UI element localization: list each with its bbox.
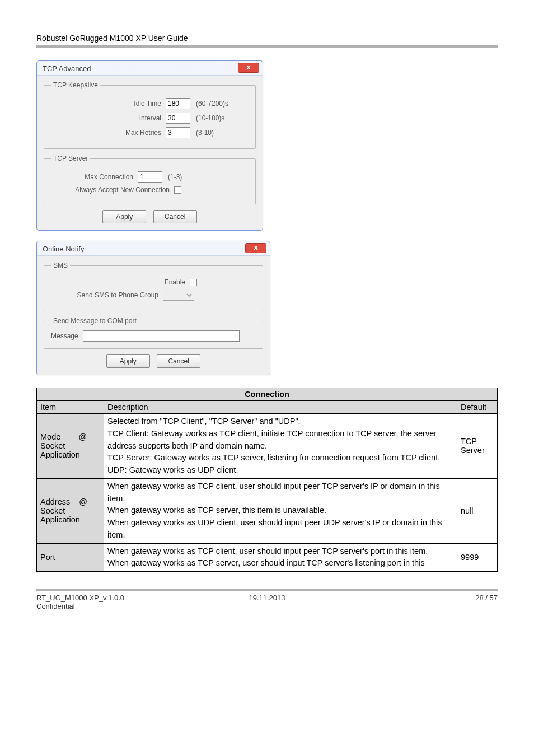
dialog-title-text: TCP Advanced <box>43 64 91 73</box>
sms-legend: SMS <box>51 262 70 269</box>
tcp-advanced-dialog: TCP Advanced x TCP Keepalive Idle Time (… <box>36 60 263 231</box>
table-row: Port When gateway works as TCP client, u… <box>37 543 498 572</box>
com-port-legend: Send Message to COM port <box>51 317 139 325</box>
tcp-server-fieldset: TCP Server Max Connection (1-3) Always A… <box>44 155 256 204</box>
header-divider <box>36 45 498 48</box>
cancel-button[interactable]: Cancel <box>153 210 197 223</box>
max-connection-hint: (1-3) <box>168 173 182 181</box>
interval-hint: (10-180)s <box>196 114 224 122</box>
title-blur <box>96 65 117 73</box>
close-icon[interactable]: x <box>245 243 266 253</box>
max-connection-input[interactable] <box>138 171 162 183</box>
footer-center: 19.11.2013 <box>190 594 344 610</box>
footer-left-1: RT_UG_M1000 XP_v.1.0.0 <box>36 594 190 602</box>
interval-input[interactable] <box>166 113 190 124</box>
apply-button[interactable]: Apply <box>106 354 150 368</box>
keepalive-legend: TCP Keepalive <box>51 81 100 89</box>
enable-checkbox[interactable] <box>190 279 197 286</box>
default-cell: 9999 <box>457 543 498 572</box>
item-cell: Port <box>37 543 104 572</box>
dialog-titlebar: Online Notify x <box>37 241 270 256</box>
desc-cell: When gateway works as TCP client, user s… <box>104 543 457 572</box>
dialog-title-text: Online Notify <box>43 245 84 253</box>
col-desc-header: Description <box>104 401 457 414</box>
footer-left-2: Confidential <box>36 602 190 610</box>
always-accept-checkbox[interactable] <box>174 186 181 194</box>
always-accept-label: Always Accept New Connection <box>51 186 174 194</box>
tcp-server-legend: TCP Server <box>51 155 90 162</box>
max-retries-input[interactable] <box>166 127 190 138</box>
cancel-button[interactable]: Cancel <box>157 354 200 368</box>
col-def-header: Default <box>457 401 498 414</box>
default-cell: null <box>457 478 498 543</box>
max-connection-label: Max Connection <box>51 173 138 181</box>
idle-time-label: Idle Time <box>51 100 166 108</box>
sms-group-label: Send SMS to Phone Group <box>51 291 163 299</box>
footer-right: 28 / 57 <box>344 594 498 610</box>
title-blur <box>90 245 110 253</box>
sms-group-select[interactable] <box>163 290 194 301</box>
table-row: Address @ Socket Application When gatewa… <box>37 478 498 543</box>
dialog-body: TCP Keepalive Idle Time (60-7200)s Inter… <box>37 76 263 230</box>
item-cell: Mode @ Socket Application <box>37 414 104 479</box>
desc-cell: When gateway works as TCP client, user s… <box>104 478 457 543</box>
table-row: Mode @ Socket Application Selected from … <box>37 414 498 479</box>
idle-time-input[interactable] <box>166 98 190 109</box>
close-icon[interactable]: x <box>238 63 259 73</box>
keepalive-fieldset: TCP Keepalive Idle Time (60-7200)s Inter… <box>44 81 256 149</box>
dialog-titlebar: TCP Advanced x <box>37 61 263 76</box>
apply-button[interactable]: Apply <box>102 210 146 223</box>
enable-label: Enable <box>51 278 190 286</box>
page-header: Robustel GoRugged M1000 XP User Guide <box>36 34 498 43</box>
max-retries-label: Max Retries <box>51 129 166 137</box>
message-input[interactable] <box>83 330 240 342</box>
footer-divider <box>36 589 498 591</box>
item-cell: Address @ Socket Application <box>37 478 104 543</box>
col-item-header: Item <box>37 401 104 414</box>
online-notify-dialog: Online Notify x SMS Enable Send SMS to P… <box>36 241 270 375</box>
message-label: Message <box>51 332 78 340</box>
default-cell: TCP Server <box>457 414 498 479</box>
page-footer: RT_UG_M1000 XP_v.1.0.0 Confidential 19.1… <box>36 589 498 610</box>
max-retries-hint: (3-10) <box>196 129 214 137</box>
table-heading: Connection <box>37 388 498 401</box>
connection-table: Connection Item Description Default Mode… <box>36 388 498 572</box>
desc-cell: Selected from "TCP Client", "TCP Server"… <box>104 414 457 479</box>
idle-time-hint: (60-7200)s <box>196 100 228 108</box>
com-port-fieldset: Send Message to COM port Message <box>44 317 263 349</box>
sms-fieldset: SMS Enable Send SMS to Phone Group <box>44 262 263 311</box>
interval-label: Interval <box>51 114 166 122</box>
dialog-body: SMS Enable Send SMS to Phone Group Send … <box>37 256 270 375</box>
